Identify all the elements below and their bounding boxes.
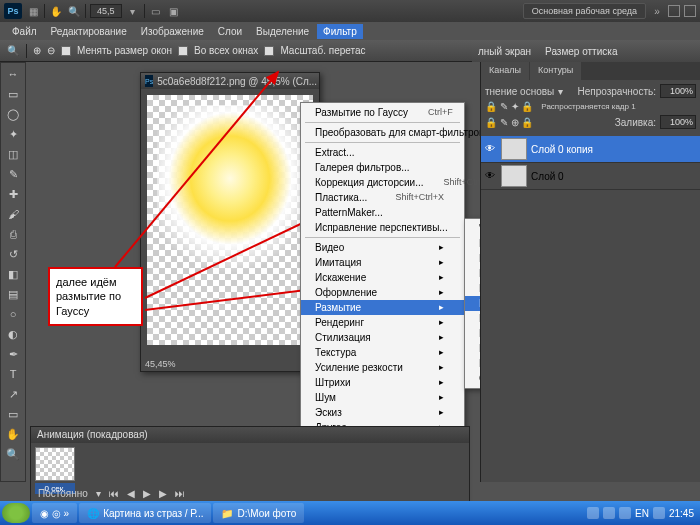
filter-item[interactable]: PatternMaker... [301, 205, 464, 220]
task-item[interactable]: 📁D:\Мои фото [213, 503, 304, 523]
next-frame-button[interactable]: ▶ [156, 488, 170, 499]
menu-image[interactable]: Изображение [135, 24, 210, 39]
zoom-in-icon[interactable]: ⊕ [33, 45, 41, 56]
lang-indicator[interactable]: EN [635, 508, 649, 519]
task-item[interactable]: 🌐Картина из страз / Р... [79, 503, 211, 523]
layer-thumb[interactable] [501, 138, 527, 160]
loop-label[interactable]: Постоянно [35, 488, 91, 499]
filter-category[interactable]: Размытие [301, 300, 464, 315]
lock-icons[interactable]: 🔒 ✎ ✦ 🔒 [485, 101, 533, 112]
eraser-tool[interactable]: ◧ [3, 265, 23, 283]
maximize-button[interactable] [684, 5, 696, 17]
expand-icon[interactable]: » [650, 4, 664, 18]
opacity-input[interactable] [660, 84, 696, 98]
filter-category[interactable]: Усиление резкости [301, 360, 464, 375]
menu-select[interactable]: Выделение [250, 24, 315, 39]
zoom-icon[interactable]: 🔍 [6, 44, 20, 58]
visibility-icon[interactable]: 👁 [485, 170, 497, 182]
filter-smart[interactable]: Преобразовать для смарт-фильтров [301, 125, 464, 140]
zoom-tool-icon[interactable]: 🔍 [67, 4, 81, 18]
hand-tool[interactable]: ✋ [3, 425, 23, 443]
tab-paths[interactable]: Контуры [530, 62, 581, 80]
crop-tool[interactable]: ◫ [3, 145, 23, 163]
visibility-icon[interactable]: 👁 [485, 143, 497, 155]
menu-file[interactable]: Файл [6, 24, 43, 39]
filter-item[interactable]: Исправление перспективы...Alt+Ctrl+V [301, 220, 464, 235]
shape-tool[interactable]: ▭ [3, 405, 23, 423]
resize-windows-checkbox[interactable] [61, 46, 71, 56]
layer-name[interactable]: Слой 0 [531, 171, 564, 182]
filter-item[interactable]: Галерея фильтров... [301, 160, 464, 175]
filter-category[interactable]: Оформление [301, 285, 464, 300]
workspace-switcher[interactable]: Основная рабочая среда [523, 3, 646, 19]
filter-category[interactable]: Текстура [301, 345, 464, 360]
clock[interactable]: 21:45 [669, 508, 694, 519]
filter-category[interactable]: Штрихи [301, 375, 464, 390]
layer-row[interactable]: 👁 Слой 0 [481, 163, 700, 190]
document-titlebar[interactable]: Ps 5c0a6e8d8f212.png @ 45,5% (Сл... [141, 73, 319, 89]
filter-category[interactable]: Рендеринг [301, 315, 464, 330]
opt-fullscreen[interactable]: лный экран [478, 46, 531, 57]
blur-tool[interactable]: ○ [3, 305, 23, 323]
dropdown-icon[interactable]: ▾ [126, 4, 140, 18]
path-tool[interactable]: ↗ [3, 385, 23, 403]
layer-row[interactable]: 👁 Слой 0 копия [481, 136, 700, 163]
prev-frame-button[interactable]: ◀ [124, 488, 138, 499]
lock-icons2[interactable]: 🔒 ✎ ⊕ 🔒 [485, 117, 533, 128]
filter-item[interactable]: Коррекция дисторсии...Shift+Ctrl+R [301, 175, 464, 190]
filter-category[interactable]: Искажение [301, 270, 464, 285]
scrubby-checkbox[interactable] [264, 46, 274, 56]
all-windows-checkbox[interactable] [178, 46, 188, 56]
dodge-tool[interactable]: ◐ [3, 325, 23, 343]
minimize-button[interactable] [668, 5, 680, 17]
tray-icon[interactable] [619, 507, 631, 519]
layer-name[interactable]: Слой 0 копия [531, 144, 593, 155]
start-button[interactable] [2, 503, 30, 523]
doc-zoom[interactable]: 45,45% [145, 359, 176, 369]
filter-item[interactable]: Пластика...Shift+Ctrl+X [301, 190, 464, 205]
filter-category[interactable]: Видео [301, 240, 464, 255]
canvas[interactable] [147, 95, 313, 345]
first-frame-button[interactable]: ⏮ [106, 488, 122, 499]
eyedropper-tool[interactable]: ✎ [3, 165, 23, 183]
bridge-icon[interactable]: ▦ [26, 4, 40, 18]
play-button[interactable]: ▶ [140, 488, 154, 499]
zoom-out-icon[interactable]: ⊖ [47, 45, 55, 56]
animation-frame[interactable]: 0 сек. [35, 447, 75, 494]
last-frame-button[interactable]: ⏭ [172, 488, 188, 499]
heal-tool[interactable]: ✚ [3, 185, 23, 203]
brush-tool[interactable]: 🖌 [3, 205, 23, 223]
history-brush-tool[interactable]: ↺ [3, 245, 23, 263]
menu-layer[interactable]: Слои [212, 24, 248, 39]
stamp-tool[interactable]: ⎙ [3, 225, 23, 243]
layer-thumb[interactable] [501, 165, 527, 187]
quicklaunch[interactable]: ◉ ◎ » [32, 503, 77, 523]
move-tool[interactable]: ↔ [3, 65, 23, 83]
fill-input[interactable] [660, 115, 696, 129]
tray-icon[interactable] [587, 507, 599, 519]
wand-tool[interactable]: ✦ [3, 125, 23, 143]
opt-print-size[interactable]: Размер оттиска [545, 46, 617, 57]
tray-icon[interactable] [653, 507, 665, 519]
tab-channels[interactable]: Каналы [481, 62, 529, 80]
screen-mode-icon[interactable]: ▣ [167, 4, 181, 18]
system-tray[interactable]: EN 21:45 [587, 507, 698, 519]
arrange-icon[interactable]: ▭ [149, 4, 163, 18]
zoom-tool2[interactable]: 🔍 [3, 445, 23, 463]
filter-category[interactable]: Эскиз [301, 405, 464, 420]
tray-icon[interactable] [603, 507, 615, 519]
pen-tool[interactable]: ✒ [3, 345, 23, 363]
filter-category[interactable]: Имитация [301, 255, 464, 270]
zoom-level[interactable]: 45,5 [90, 4, 122, 18]
document-window[interactable]: Ps 5c0a6e8d8f212.png @ 45,5% (Сл... 45,4… [140, 72, 320, 372]
filter-item[interactable]: Extract... [301, 145, 464, 160]
filter-category[interactable]: Стилизация [301, 330, 464, 345]
menu-edit[interactable]: Редактирование [45, 24, 133, 39]
marquee-tool[interactable]: ▭ [3, 85, 23, 103]
filter-category[interactable]: Шум [301, 390, 464, 405]
lasso-tool[interactable]: ◯ [3, 105, 23, 123]
menu-filter[interactable]: Фильтр [317, 24, 363, 39]
filter-last[interactable]: Размытие по ГауссуCtrl+F [301, 105, 464, 120]
blend-mode[interactable]: тнение основы [485, 86, 554, 97]
gradient-tool[interactable]: ▤ [3, 285, 23, 303]
